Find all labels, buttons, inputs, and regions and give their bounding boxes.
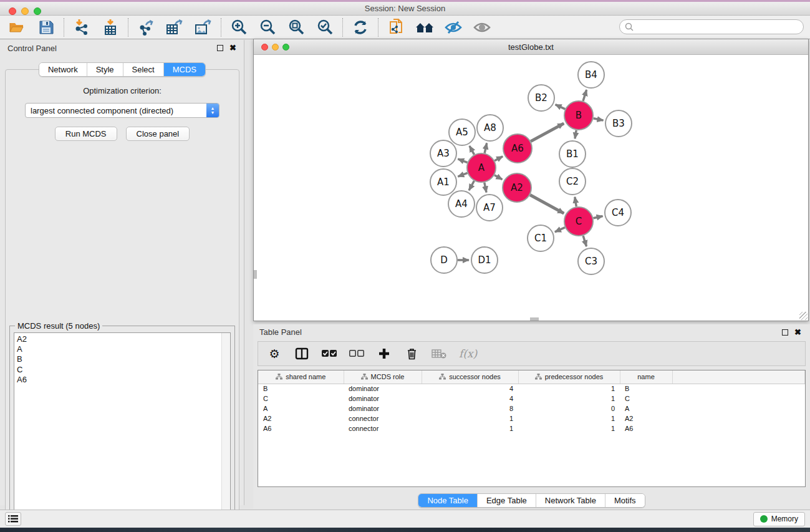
graph-node-B1[interactable]: B1 — [559, 141, 586, 167]
function-builder-button[interactable]: f(x) — [459, 345, 477, 362]
graph-node-C[interactable]: C — [564, 207, 593, 236]
tab-style[interactable]: Style — [87, 63, 123, 76]
tab-select[interactable]: Select — [123, 63, 164, 76]
open-session-button[interactable] — [7, 17, 27, 37]
table-row[interactable]: A2connector11A2 — [258, 414, 805, 423]
graph-node-B[interactable]: B — [564, 101, 593, 130]
edge-A-A1[interactable] — [458, 173, 467, 177]
table-cell[interactable]: 1 — [518, 414, 620, 423]
node-table[interactable]: shared nameMCDS rolesuccessor nodesprede… — [258, 370, 806, 487]
table-row[interactable]: A6connector11A6 — [258, 423, 805, 433]
window-controls[interactable] — [9, 7, 41, 15]
edge-B-B2[interactable] — [556, 105, 566, 109]
table-cell[interactable]: A — [258, 404, 344, 414]
deselect-all-button[interactable] — [349, 345, 364, 362]
minimize-network-button[interactable] — [272, 44, 279, 51]
zoom-fit-button[interactable] — [286, 17, 306, 37]
table-row[interactable]: Adominator80A — [258, 404, 805, 414]
table-cell[interactable]: connector — [344, 423, 422, 433]
graph-node-C4[interactable]: C4 — [605, 200, 631, 226]
table-cell[interactable]: C — [258, 394, 344, 404]
search-input[interactable] — [636, 22, 792, 31]
table-cell[interactable]: dominator — [344, 394, 422, 404]
network-window-controls[interactable] — [261, 44, 289, 51]
search-field[interactable] — [619, 19, 804, 34]
graph-node-A3[interactable]: A3 — [430, 140, 456, 167]
tab-motifs[interactable]: Motifs — [605, 494, 645, 507]
edge-C-C3[interactable] — [583, 236, 586, 246]
tab-mcds[interactable]: MCDS — [164, 63, 205, 76]
table-cell[interactable]: dominator — [344, 384, 422, 394]
graph-node-C1[interactable]: C1 — [528, 225, 554, 251]
edge-A-A3[interactable] — [458, 159, 467, 163]
table-cell[interactable]: 8 — [422, 404, 518, 414]
table-cell[interactable]: B — [258, 384, 344, 394]
table-cell[interactable]: 4 — [422, 384, 518, 394]
tab-node-table[interactable]: Node Table — [418, 494, 478, 507]
column-header-successor-nodes[interactable]: successor nodes — [422, 370, 518, 384]
mcds-result-item[interactable]: A — [17, 344, 221, 354]
network-window-titlebar[interactable]: testGlobe.txt — [254, 39, 808, 55]
edge-A2-C[interactable] — [530, 195, 564, 213]
table-cell[interactable]: 4 — [422, 394, 518, 404]
edge-B-B4[interactable] — [583, 90, 587, 101]
table-row[interactable]: Bdominator41B — [258, 384, 805, 394]
mcds-result-item[interactable]: B — [17, 354, 221, 364]
tab-network-table[interactable]: Network Table — [536, 494, 605, 507]
edge-C-C4[interactable] — [593, 216, 602, 218]
table-row[interactable]: Cdominator41C — [258, 394, 805, 404]
edge-C-C1[interactable] — [555, 228, 565, 232]
window-resize-grip[interactable] — [799, 312, 808, 320]
import-network-button[interactable] — [72, 17, 92, 37]
table-cell[interactable]: 1 — [518, 384, 620, 394]
tab-network[interactable]: Network — [39, 63, 87, 76]
table-cell[interactable]: 1 — [518, 394, 620, 404]
list-scrollbar[interactable] — [221, 333, 230, 531]
export-image-button[interactable] — [193, 17, 213, 37]
table-cell[interactable]: 0 — [518, 404, 620, 414]
edge-B-B3[interactable] — [594, 118, 604, 120]
import-table-button[interactable] — [100, 17, 120, 37]
table-cell[interactable]: connector — [344, 414, 422, 423]
edge-C-C2[interactable] — [575, 197, 576, 207]
graph-node-A4[interactable]: A4 — [448, 191, 475, 217]
table-settings-button[interactable]: ⚙ — [267, 345, 282, 362]
memory-button[interactable]: Memory — [753, 512, 805, 526]
close-table-panel-icon[interactable]: ✖ — [794, 329, 801, 336]
tab-edge-table[interactable]: Edge Table — [478, 494, 536, 507]
table-cell[interactable]: dominator — [344, 404, 422, 414]
zoom-out-button[interactable] — [258, 17, 277, 37]
graph-node-A5[interactable]: A5 — [449, 119, 475, 145]
mcds-result-item[interactable]: A2 — [17, 334, 221, 344]
close-window-button[interactable] — [9, 7, 16, 15]
column-header-name[interactable]: name — [620, 370, 672, 384]
close-panel-icon[interactable]: ✖ — [229, 45, 236, 51]
graph-node-C3[interactable]: C3 — [578, 248, 604, 274]
edge-A6-B[interactable] — [531, 123, 564, 142]
table-cell[interactable]: A2 — [258, 414, 344, 423]
graph-node-A7[interactable]: A7 — [476, 195, 503, 221]
graph-node-A1[interactable]: A1 — [430, 169, 456, 195]
save-session-button[interactable] — [36, 17, 56, 37]
select-all-button[interactable] — [322, 345, 337, 362]
table-cell[interactable]: A2 — [620, 414, 672, 423]
column-header-predecessor-nodes[interactable]: predecessor nodes — [518, 370, 620, 384]
graph-node-A6[interactable]: A6 — [503, 134, 532, 163]
edge-A-A5[interactable] — [470, 146, 475, 155]
export-table-button[interactable] — [165, 17, 185, 37]
graph-node-B3[interactable]: B3 — [605, 110, 632, 137]
graph-node-C2[interactable]: C2 — [559, 168, 586, 195]
close-panel-button[interactable]: Close panel — [126, 127, 190, 141]
hide-selected-button[interactable] — [443, 17, 463, 37]
graph-node-B4[interactable]: B4 — [578, 62, 604, 88]
add-row-button[interactable] — [377, 345, 392, 362]
table-cell[interactable]: A — [620, 404, 672, 414]
network-graph[interactable]: B4B2BB3A8A5A6A3B1AC2A1A2A4A7C4CC1DD1C3 — [254, 55, 808, 321]
column-header-shared-name[interactable]: shared name — [258, 370, 344, 384]
mcds-result-item[interactable]: C — [17, 365, 221, 375]
table-cell[interactable]: C — [620, 394, 672, 404]
table-cell[interactable]: A6 — [258, 423, 344, 433]
zoom-window-button[interactable] — [34, 7, 41, 15]
graph-node-A2[interactable]: A2 — [503, 173, 531, 202]
refresh-layout-button[interactable] — [350, 17, 370, 37]
